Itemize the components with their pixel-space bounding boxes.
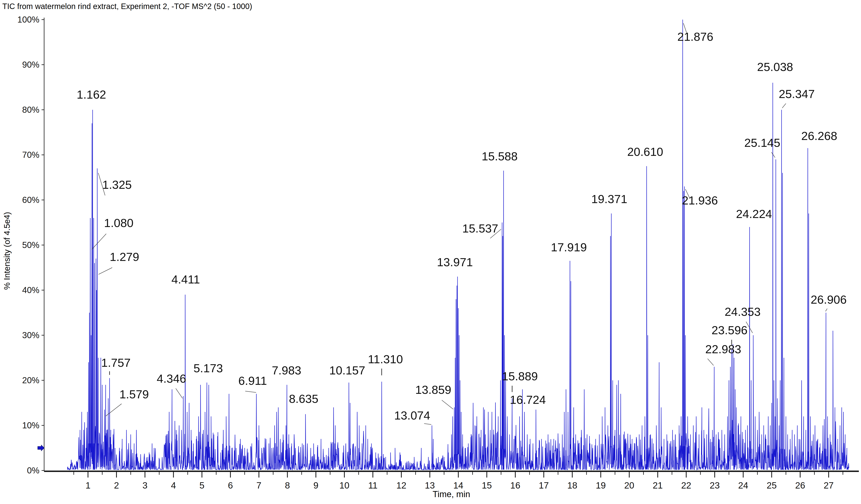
peak-label: 15.537 [462,222,498,235]
x-tick-label: 18 [567,480,577,490]
peak-label: 11.310 [368,353,403,366]
peak-label: 24.224 [736,207,772,220]
peak-label: 25.038 [757,60,793,73]
x-tick-label: 1 [85,480,91,490]
peak-label: 8.635 [289,392,318,405]
x-tick-label: 6 [228,480,233,490]
peak-label: 1.325 [102,178,132,191]
x-tick-label: 2 [114,480,119,490]
peak-label: 19.371 [591,192,627,206]
peak-label: 6.911 [238,374,267,387]
y-tick-label: 90% [22,60,39,69]
x-tick-label: 27 [823,480,834,490]
y-tick-label: 40% [22,285,39,295]
x-tick-label: 5 [200,480,205,490]
peak-label: 21.936 [682,194,718,207]
x-tick-label: 7 [257,480,262,490]
x-tick-label: 26 [795,480,805,490]
peak-label: 1.080 [104,216,134,230]
peak-label: 13.859 [415,383,451,396]
x-tick-label: 23 [710,480,720,490]
x-tick-label: 10 [339,480,350,490]
x-tick-label: 19 [596,480,606,490]
y-tick-label: 60% [22,195,39,205]
peak-label: 21.876 [677,30,713,43]
y-tick-label: 30% [22,330,39,340]
peak-label: 16.724 [510,393,546,406]
x-tick-label: 13 [425,480,435,490]
peak-leader-line [424,424,431,425]
x-tick-label: 17 [539,480,549,490]
y-tick-label: 0% [27,466,39,475]
peak-label: 1.757 [101,356,131,369]
x-tick-label: 11 [368,480,378,490]
peak-label: 24.353 [725,305,761,318]
peak-label: 23.596 [712,324,748,337]
peak-leader-line [442,400,453,409]
peak-label: 26.906 [811,293,847,306]
peak-leader-line [782,104,786,108]
x-tick-label: 25 [767,480,777,490]
tic-trace [67,19,849,470]
peak-label: 15.588 [482,150,518,163]
peak-label: 4.346 [157,372,186,385]
peak-label: 1.279 [110,250,139,263]
y-tick-label: 70% [22,150,39,160]
peak-label: 25.145 [744,136,780,149]
y-tick-label: 10% [22,421,39,430]
peak-leader-line [708,359,714,366]
x-tick-label: 24 [738,480,748,490]
peak-leader-line [98,268,112,274]
x-tick-label: 4 [171,480,176,490]
peak-label: 5.173 [193,362,223,375]
y-tick-label: 20% [22,376,39,385]
peak-leader-line [245,391,256,393]
position-arrow-icon [38,445,44,451]
x-tick-label: 21 [653,480,663,490]
peak-label: 4.411 [172,273,200,286]
peak-label: 13.074 [394,409,430,422]
peak-label: 1.579 [120,388,149,401]
peak-leader-line [825,309,827,311]
chromatogram-plot[interactable]: 0%10%20%30%40%50%60%70%80%90%100%1234567… [0,0,861,504]
x-tick-label: 22 [681,480,691,490]
peak-label: 13.971 [437,256,473,269]
peak-leader-line [771,152,775,158]
peak-label: 7.983 [272,364,301,377]
peak-label: 15.889 [502,370,538,383]
x-tick-label: 8 [285,480,290,490]
peak-label: 26.268 [801,130,837,142]
x-tick-label: 16 [510,480,520,490]
x-tick-label: 14 [453,480,463,490]
x-tick-label: 9 [313,480,318,490]
y-tick-label: 80% [22,105,39,114]
peak-leader-line [105,404,122,417]
x-tick-label: 15 [482,480,492,490]
y-tick-label: 50% [22,240,39,250]
y-tick-label: 100% [17,15,39,24]
peak-label: 17.919 [551,241,587,254]
x-tick-label: 20 [624,480,634,490]
x-tick-label: 12 [396,480,406,490]
peak-label: 1.162 [77,88,106,101]
x-tick-label: 3 [142,480,148,490]
peak-label: 25.347 [779,87,815,100]
peak-label: 22.983 [705,343,741,356]
peak-label: 20.610 [627,145,664,159]
peak-leader-line [176,389,182,398]
peak-label: 10.157 [329,364,365,377]
